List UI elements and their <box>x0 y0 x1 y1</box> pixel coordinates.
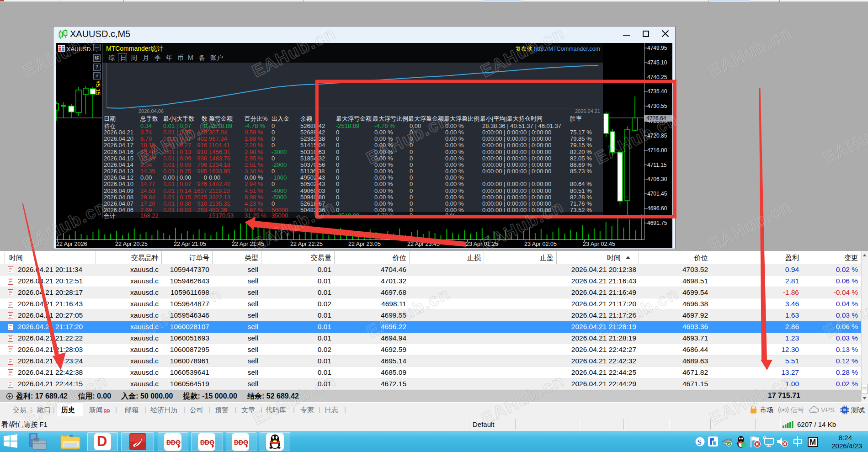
svg-text:22 Apr 2026: 22 Apr 2026 <box>56 241 87 247</box>
svg-text:22 Apr 21:45: 22 Apr 21:45 <box>232 241 264 247</box>
svg-text:4730.55: 4730.55 <box>647 103 667 109</box>
svg-text:4749.95: 4749.95 <box>647 45 667 51</box>
svg-text:22 Apr 23:45: 22 Apr 23:45 <box>407 241 440 247</box>
svg-text:22 Apr 21:05: 22 Apr 21:05 <box>174 241 206 247</box>
svg-text:22 Apr 23:05: 22 Apr 23:05 <box>348 241 381 247</box>
svg-text:23 Apr 01:25: 23 Apr 01:25 <box>466 241 498 247</box>
svg-text:23 Apr 02:45: 23 Apr 02:45 <box>583 241 615 247</box>
svg-text:4740.25: 4740.25 <box>647 74 667 80</box>
svg-text:22 Apr 20:25: 22 Apr 20:25 <box>115 241 148 247</box>
svg-text:4691.75: 4691.75 <box>647 220 667 226</box>
svg-text:4735.40: 4735.40 <box>647 88 667 95</box>
svg-text:22 Apr 22:25: 22 Apr 22:25 <box>290 241 323 247</box>
svg-text:4745.10: 4745.10 <box>647 59 667 66</box>
svg-text:23 Apr 02:05: 23 Apr 02:05 <box>524 241 557 247</box>
svg-text:S: S <box>698 438 702 447</box>
